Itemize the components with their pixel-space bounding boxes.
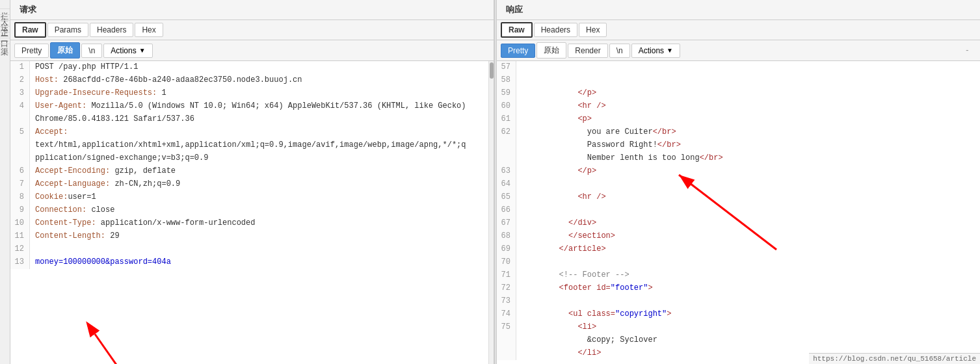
left-header-tabs: Raw Params Headers Hex [10,20,494,40]
left-panel-header: 请求 [10,0,494,20]
right-actions-button[interactable]: Actions ▼ [631,44,680,58]
table-row: 57 [497,61,980,74]
table-row: 1 POST /pay.php HTTP/1.1 [10,61,494,74]
main-container: 拦 大 送 正 三 口 渠 请求 Raw Params Headers Hex … [0,0,980,364]
right-header-dash: - [965,46,976,55]
left-subtab-pretty[interactable]: Pretty [14,44,49,58]
table-row: 67 </div> [497,217,980,230]
table-row: &copy; Syclover [497,334,980,347]
table-row: pplication/signed-exchange;v=b3;q=0.9 [10,152,494,165]
table-row: 60 <hr /> [497,100,980,113]
cn-label-6[interactable]: 口 [0,32,10,38]
right-panel: 响应 Raw Headers Hex Pretty 原始 Render \n A… [497,0,980,364]
table-row: 66 [497,204,980,217]
table-row: 64 [497,178,980,191]
right-sub-tabs: Pretty 原始 Render \n Actions ▼ - [497,40,980,61]
left-actions-arrow: ▼ [139,47,146,54]
left-subtab-newline[interactable]: \n [81,44,102,58]
right-tab-headers[interactable]: Headers [534,23,577,37]
table-row: Password Right!</br> [497,139,980,152]
left-panel-title: 请求 [16,3,40,17]
table-row: 75 <li> [497,321,980,334]
left-sub-tabs: Pretty 原始 \n Actions ▼ [10,40,494,61]
table-row: 59 </p> [497,87,980,100]
left-tab-hex[interactable]: Hex [135,23,163,37]
table-row: 7 Accept-Language: zh-CN,zh;q=0.9 [10,178,494,191]
cn-label-1[interactable]: 拦 [0,3,10,9]
table-row: 10 Content-Type: application/x-www-form-… [10,217,494,230]
right-code-content: 57 58 59 </p> 60 <hr /> [497,61,980,360]
cn-label-3[interactable]: 送 [0,15,10,21]
left-tab-params[interactable]: Params [47,23,88,37]
table-row: 73 [497,295,980,308]
table-row: 72 <footer id="footer"> [497,282,980,295]
right-header-tabs: Raw Headers Hex [497,20,980,40]
table-row: 74 <ul class="copyright"> [497,308,980,321]
table-row: 5 Accept: [10,126,494,139]
table-row: 62 you are Cuiter</br> [497,126,980,139]
table-row: 9 Connection: close [10,204,494,217]
table-row: Nember lenth is too long</br> [497,152,980,165]
right-panel-header: 响应 [497,0,980,20]
right-subtab-pretty[interactable]: Pretty [501,44,535,58]
right-subtab-render[interactable]: Render [568,44,607,58]
left-code-content: 1 POST /pay.php HTTP/1.1 2 Host: 268acfd… [10,61,494,269]
left-code-area[interactable]: 1 POST /pay.php HTTP/1.1 2 Host: 268acfd… [10,61,494,364]
table-row: 58 [497,74,980,87]
right-code-area[interactable]: 57 58 59 </p> 60 <hr /> [497,61,980,364]
table-row: 71 <!-- Footer --> [497,269,980,282]
table-row: 8 Cookie:user=1 [10,191,494,204]
left-tab-headers[interactable]: Headers [90,23,133,37]
cn-label-4[interactable]: 正 [0,21,10,27]
table-row: 69 </article> [497,243,980,256]
table-row: 68 </section> [497,230,980,243]
cn-label-5[interactable]: 三 [0,27,10,32]
table-row: 12 [10,243,494,256]
table-row: 61 <p> [497,113,980,126]
bottom-url-bar: https://blog.csdn.net/qu_51658/article [809,353,980,364]
table-row: 4 User-Agent: Mozilla/5.0 (Windows NT 10… [10,100,494,113]
table-row: 13 money=100000000&password=404a [10,256,494,269]
left-tab-raw[interactable]: Raw [14,22,46,38]
left-scroll-thumb[interactable] [490,62,494,79]
table-row: text/html,application/xhtml+xml,applicat… [10,139,494,152]
svg-line-1 [95,334,140,364]
right-tab-raw[interactable]: Raw [501,22,533,38]
table-row: 65 <hr /> [497,191,980,204]
table-row: 11 Content-Length: 29 [10,230,494,243]
cn-label-7[interactable]: 渠 [0,38,10,44]
table-row: 6 Accept-Encoding: gzip, deflate [10,165,494,178]
cn-sidebar: 拦 大 送 正 三 口 渠 [0,0,10,364]
table-row: 70 [497,256,980,269]
left-actions-button[interactable]: Actions ▼ [103,44,152,58]
left-subtab-yuanshi[interactable]: 原始 [50,42,80,58]
right-subtab-newline[interactable]: \n [609,44,630,58]
right-tab-hex[interactable]: Hex [579,23,607,37]
table-row: 2 Host: 268acfdd-c78e-46bb-a240-adaa82ec… [10,74,494,87]
right-actions-arrow: ▼ [667,47,673,54]
right-panel-title: 响应 [502,3,527,17]
table-row: 3 Upgrade-Insecure-Requests: 1 [10,87,494,100]
table-row: 63 </p> [497,165,980,178]
left-scrollbar[interactable] [488,61,494,364]
table-row: Chrome/85.0.4183.121 Safari/537.36 [10,113,494,126]
left-panel: 请求 Raw Params Headers Hex Pretty 原始 \n A… [10,0,494,364]
cn-label-2[interactable]: 大 [0,9,10,15]
right-subtab-yuanshi[interactable]: 原始 [536,42,566,58]
